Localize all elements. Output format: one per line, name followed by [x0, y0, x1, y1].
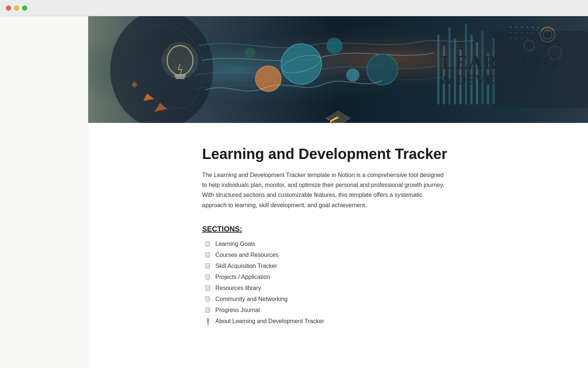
- section-item-label: Community and Networking: [215, 296, 288, 302]
- minimize-button[interactable]: [14, 6, 19, 11]
- document-icon: [204, 263, 212, 269]
- title-bar: [0, 0, 588, 16]
- document-icon: [204, 285, 212, 291]
- svg-rect-18: [437, 35, 440, 105]
- section-item-label: Courses and Resources: [215, 252, 279, 258]
- section-item-label: Skill Acquisition Tracker: [215, 263, 277, 269]
- svg-point-36: [510, 26, 512, 28]
- section-list-item[interactable]: Progress Journal: [202, 305, 474, 315]
- banner-title-line1: LEARNIING: [442, 52, 559, 73]
- section-item-label: Projects / Application: [215, 274, 270, 280]
- section-item-label: About Learning and Development Tracker: [215, 318, 324, 325]
- alert-icon: ❗: [204, 318, 212, 325]
- main-content: LEARNIING & DEVEOPMENT 🎓 Learning and De…: [88, 16, 588, 368]
- svg-point-15: [244, 47, 255, 59]
- banner-title-line2: & DEVEOPMENT: [442, 73, 559, 88]
- sections-list: Learning Goals Courses and Resources Ski…: [202, 239, 474, 326]
- section-list-item[interactable]: ❗About Learning and Development Tracker: [202, 316, 474, 326]
- banner-background: LEARNIING & DEVEOPMENT: [88, 16, 588, 123]
- sidebar: [0, 16, 88, 368]
- document-icon: [204, 241, 212, 247]
- banner: LEARNIING & DEVEOPMENT 🎓: [88, 16, 588, 123]
- banner-text: LEARNIING & DEVEOPMENT: [442, 52, 559, 88]
- sections-heading: SECTIONS:: [202, 225, 474, 233]
- svg-point-40: [532, 26, 534, 28]
- document-icon: [204, 307, 212, 313]
- document-icon: [204, 252, 212, 258]
- svg-point-14: [346, 68, 359, 82]
- section-list-item[interactable]: Community and Networking: [202, 294, 474, 304]
- sidebar-section: [0, 16, 88, 22]
- app-window: LEARNIING & DEVEOPMENT 🎓 Learning and De…: [0, 16, 588, 368]
- section-list-item[interactable]: Projects / Application: [202, 272, 474, 282]
- maximize-button[interactable]: [22, 6, 27, 11]
- section-item-label: Learning Goals: [215, 241, 255, 247]
- page-title: Learning and Development Tracker: [202, 145, 474, 163]
- section-list-item[interactable]: Learning Goals: [202, 239, 474, 249]
- section-list-item[interactable]: Skill Acquisition Tracker: [202, 261, 474, 271]
- svg-point-37: [516, 26, 517, 28]
- svg-point-38: [521, 26, 523, 28]
- section-list-item[interactable]: Courses and Resources: [202, 250, 474, 260]
- content-area: Learning and Development Tracker The Lea…: [173, 123, 503, 356]
- document-icon: [204, 274, 212, 280]
- close-button[interactable]: [6, 6, 11, 11]
- section-list-item[interactable]: Resources library: [202, 283, 474, 293]
- section-item-label: Progress Journal: [215, 307, 260, 314]
- page-icon: 🎓: [325, 108, 352, 123]
- page-description: The Learning and Development Tracker tem…: [202, 170, 445, 210]
- svg-point-13: [326, 38, 343, 54]
- svg-point-39: [527, 26, 528, 28]
- svg-point-41: [538, 26, 539, 28]
- document-icon: [204, 296, 212, 302]
- svg-point-7: [162, 42, 198, 79]
- section-item-label: Resources library: [215, 285, 261, 291]
